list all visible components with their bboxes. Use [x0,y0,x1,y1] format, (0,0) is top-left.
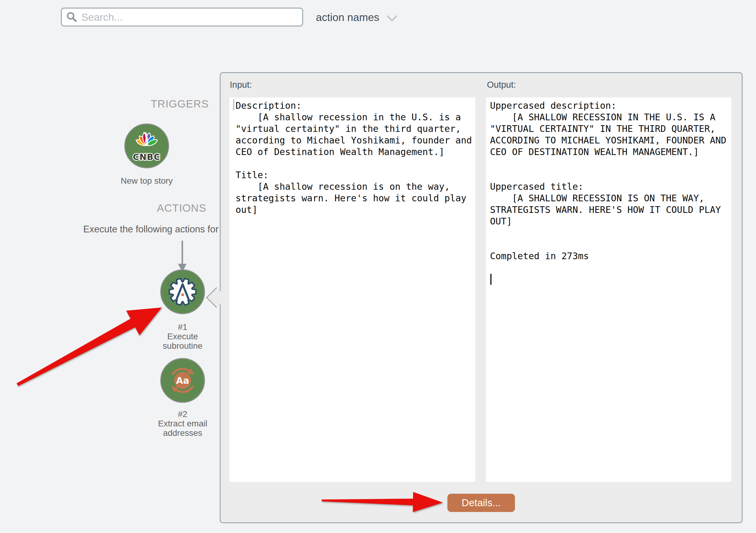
actions-heading: ACTIONS [85,202,206,214]
workflow-editor-screen: action names TRIGGERS CNBC New top [0,0,756,533]
triggers-heading: TRIGGERS [87,98,209,110]
action-names-dropdown[interactable]: action names [316,11,397,23]
aa-glyph: Aa [176,375,189,386]
flow-arrow-down-icon [176,240,189,273]
gear-lambda-icon [160,269,205,315]
action-1-label: #1 Execute subroutine [149,322,216,351]
output-textarea[interactable]: Uppercased description: [A SHALLOW RECES… [486,98,731,482]
action-node-2-extract-email[interactable]: Aa [160,357,205,403]
text-transform-cycle-icon: Aa [160,357,205,403]
search-input[interactable] [81,11,302,23]
input-label: Input: [230,80,252,90]
output-text-cursor [490,274,492,285]
action-node-1-execute-subroutine[interactable] [160,269,205,315]
input-text-cursor [233,99,234,110]
trigger-label: New top story [113,176,180,185]
cnbc-logo-text: CNBC [133,152,161,162]
search-box[interactable] [61,8,303,26]
actions-intro-text: Execute the following actions for [79,224,219,235]
search-icon [66,11,78,23]
input-textarea[interactable]: Description: [A shallow recession in the… [230,98,475,482]
trigger-node-new-top-story[interactable]: CNBC [124,123,170,169]
action-2-label: #2 Extract email addresses [149,409,216,438]
cnbc-icon: CNBC [124,123,170,169]
action-names-label: action names [316,11,379,23]
chevron-down-icon [387,15,397,22]
output-label: Output: [487,80,516,90]
details-button[interactable]: Details... [447,494,515,512]
